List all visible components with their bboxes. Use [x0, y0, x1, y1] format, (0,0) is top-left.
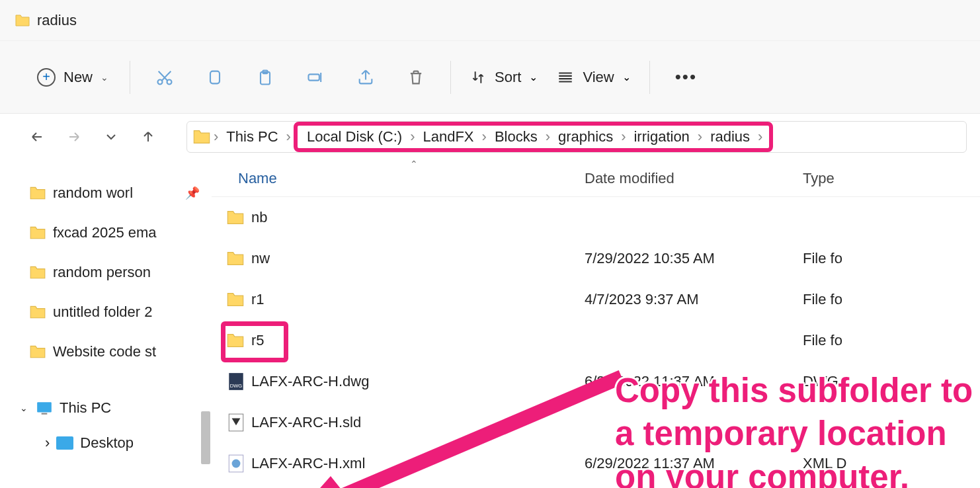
desktop-icon [56, 436, 73, 450]
sort-icon [470, 69, 487, 86]
sort-button[interactable]: Sort ⌄ [470, 69, 538, 86]
sidebar-item[interactable]: random worl 📌 [29, 173, 212, 213]
folder-icon [15, 14, 30, 27]
toolbar: + New ⌄ Sort ⌄ View ⌄ ••• [0, 41, 980, 114]
sidebar-desktop[interactable]: › Desktop [29, 425, 212, 462]
svg-point-0 [158, 79, 163, 84]
chevron-down-icon: ⌄ [622, 71, 631, 83]
cut-button[interactable] [149, 61, 181, 93]
sidebar-item[interactable]: untitled folder 2 [29, 292, 212, 332]
file-date: 7/29/2022 10:35 AM [585, 250, 803, 267]
forward-button[interactable] [62, 125, 86, 149]
delete-button[interactable] [400, 61, 432, 93]
file-icon: DWG [212, 372, 251, 391]
file-type: File fo [803, 291, 980, 308]
paste-button[interactable] [249, 61, 281, 93]
file-icon [212, 251, 251, 266]
sidebar-item[interactable]: Website code st [29, 332, 212, 372]
share-button[interactable] [350, 61, 382, 93]
plus-circle-icon: + [37, 68, 56, 87]
window-title: radius [37, 12, 77, 29]
breadcrumb-item[interactable]: Local Disk (C:) [302, 128, 407, 145]
file-name: LAFX-ARC-H.xml [251, 455, 585, 472]
scrollbar-thumb[interactable] [201, 411, 210, 464]
back-button[interactable] [25, 125, 49, 149]
file-row[interactable]: r14/7/2023 9:37 AMFile fo [212, 279, 980, 320]
up-button[interactable] [136, 125, 160, 149]
file-icon [212, 333, 251, 348]
file-type: File fo [803, 332, 980, 349]
svg-point-1 [167, 79, 172, 84]
folder-icon [29, 265, 46, 280]
nav-row: › This PC › Local Disk (C:) › LandFX › B… [0, 114, 980, 160]
svg-text:DWG: DWG [230, 383, 242, 389]
file-name: r5 [251, 332, 585, 349]
file-name: nw [251, 250, 585, 267]
pc-icon [36, 401, 53, 415]
column-date[interactable]: Date modified [585, 170, 803, 187]
sidebar-item[interactable]: fxcad 2025 ema [29, 213, 212, 253]
folder-icon [192, 129, 211, 145]
view-icon [556, 69, 575, 86]
breadcrumb-item[interactable]: Blocks [489, 128, 543, 145]
breadcrumb-item[interactable]: This PC [221, 128, 283, 145]
view-button[interactable]: View ⌄ [556, 69, 630, 86]
file-row[interactable]: LAFX-ARC-H.sld [212, 402, 980, 443]
file-icon [212, 454, 251, 473]
titlebar: radius [0, 0, 980, 41]
file-row[interactable]: DWGLAFX-ARC-H.dwg6/29/2022 11:37 AMDWG [212, 361, 980, 402]
file-date: 6/29/2022 11:37 AM [585, 373, 803, 390]
sidebar-item[interactable]: random person [29, 253, 212, 292]
sidebar: random worl 📌 fxcad 2025 ema random pers… [0, 160, 212, 488]
file-icon [212, 292, 251, 307]
more-button[interactable]: ••• [669, 67, 704, 87]
file-icon [212, 413, 251, 432]
file-row[interactable]: LAFX-ARC-H.xml6/29/2022 11:37 AMXML D [212, 443, 980, 484]
breadcrumb-highlight: Local Disk (C:) › LandFX › Blocks › grap… [294, 122, 774, 152]
chevron-down-icon: ⌄ [20, 403, 29, 413]
column-name[interactable]: Name [212, 170, 585, 187]
file-name: nb [251, 209, 585, 226]
svg-rect-6 [37, 402, 52, 412]
file-type: File fo [803, 250, 980, 267]
svg-rect-2 [210, 71, 220, 83]
file-row[interactable]: nb [212, 197, 980, 238]
folder-icon [29, 345, 46, 359]
column-headers: Name Date modified Type [212, 160, 980, 197]
copy-button[interactable] [199, 61, 231, 93]
file-row[interactable]: r5File fo [212, 320, 980, 361]
folder-icon [29, 225, 46, 240]
file-date: 6/29/2022 11:37 AM [585, 455, 803, 472]
breadcrumb[interactable]: › This PC › Local Disk (C:) › LandFX › B… [186, 121, 967, 153]
file-icon [212, 210, 251, 225]
chevron-up-icon: ⌃ [410, 159, 418, 169]
breadcrumb-item[interactable]: radius [705, 128, 755, 145]
sidebar-this-pc[interactable]: ⌄ This PC [20, 391, 212, 425]
file-type: XML D [803, 455, 980, 472]
breadcrumb-item[interactable]: graphics [553, 128, 618, 145]
column-type[interactable]: Type [803, 170, 980, 187]
file-date: 4/7/2023 9:37 AM [585, 291, 803, 308]
recent-button[interactable] [99, 125, 123, 149]
breadcrumb-item[interactable]: LandFX [417, 128, 479, 145]
svg-point-12 [232, 460, 241, 468]
file-type: DWG [803, 373, 980, 390]
file-row[interactable]: nw7/29/2022 10:35 AMFile fo [212, 238, 980, 279]
chevron-down-icon: ⌄ [101, 72, 108, 83]
breadcrumb-item[interactable]: irrigation [628, 128, 694, 145]
file-name: LAFX-ARC-H.dwg [251, 373, 585, 390]
pin-icon: 📌 [185, 186, 200, 200]
folder-icon [29, 186, 46, 200]
file-list: ⌃ Name Date modified Type nbnw7/29/2022 … [212, 160, 980, 488]
file-name: r1 [251, 291, 585, 308]
file-name: LAFX-ARC-H.sld [251, 414, 585, 431]
folder-icon [29, 305, 46, 319]
chevron-down-icon: ⌄ [529, 71, 538, 83]
rename-button[interactable] [300, 61, 331, 93]
new-button[interactable]: + New ⌄ [34, 64, 111, 91]
svg-rect-7 [42, 413, 48, 415]
chevron-right-icon: › [45, 434, 50, 452]
svg-rect-5 [309, 74, 319, 80]
